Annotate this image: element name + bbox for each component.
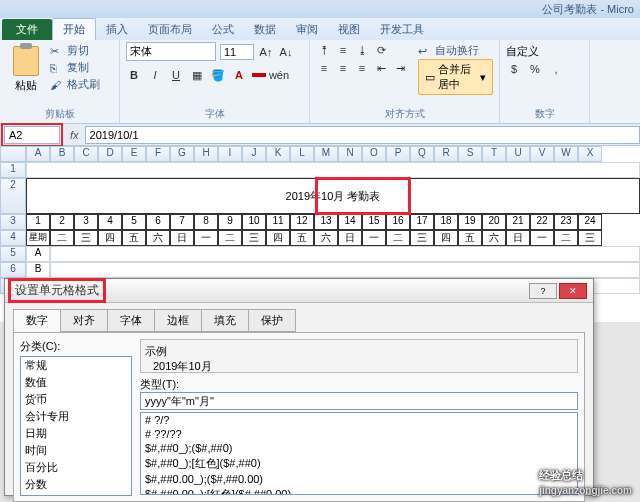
currency-icon[interactable]: $	[506, 61, 522, 77]
col-header[interactable]: I	[218, 146, 242, 162]
category-item[interactable]: 分数	[21, 476, 131, 493]
fx-icon[interactable]: fx	[64, 129, 85, 141]
percent-icon[interactable]: %	[527, 61, 543, 77]
tab-data[interactable]: 数据	[244, 19, 286, 40]
phonetic-button[interactable]: wén	[271, 67, 287, 83]
align-bottom-icon[interactable]: ⭳	[354, 42, 370, 58]
tab-view[interactable]: 视图	[328, 19, 370, 40]
align-right-icon[interactable]: ≡	[354, 60, 370, 76]
dialog-tab[interactable]: 填充	[201, 309, 249, 332]
cell[interactable]: 二	[554, 230, 578, 246]
cell[interactable]: 四	[266, 230, 290, 246]
col-header[interactable]: S	[458, 146, 482, 162]
cell[interactable]: 四	[98, 230, 122, 246]
cell[interactable]: 8	[194, 214, 218, 230]
category-item[interactable]: 日期	[21, 425, 131, 442]
tab-insert[interactable]: 插入	[96, 19, 138, 40]
cell[interactable]: A	[26, 246, 50, 262]
cell[interactable]: 1	[26, 214, 50, 230]
row-header[interactable]: 3	[0, 214, 26, 230]
title-merged-cell[interactable]: 2019年10月 考勤表	[26, 178, 640, 214]
cell[interactable]: 三	[578, 230, 602, 246]
category-item[interactable]: 会计专用	[21, 408, 131, 425]
align-top-icon[interactable]: ⭱	[316, 42, 332, 58]
cell[interactable]: 一	[530, 230, 554, 246]
cell[interactable]: 19	[458, 214, 482, 230]
cell[interactable]: 9	[218, 214, 242, 230]
tab-file[interactable]: 文件	[2, 19, 52, 40]
help-button[interactable]: ?	[529, 283, 557, 299]
orientation-icon[interactable]: ⟳	[373, 42, 389, 58]
cell[interactable]: 三	[242, 230, 266, 246]
border-button[interactable]: ▦	[189, 67, 205, 83]
indent-dec-icon[interactable]: ⇤	[373, 60, 389, 76]
cell[interactable]: 二	[218, 230, 242, 246]
col-header[interactable]: F	[146, 146, 170, 162]
cell[interactable]: 18	[434, 214, 458, 230]
col-header[interactable]: M	[314, 146, 338, 162]
row-header[interactable]: 6	[0, 262, 26, 278]
cell[interactable]: 13	[314, 214, 338, 230]
dialog-tab[interactable]: 边框	[154, 309, 202, 332]
cell[interactable]: 六	[482, 230, 506, 246]
merge-center-button[interactable]: ▭合并后居中▾	[418, 59, 493, 95]
category-item[interactable]: 货币	[21, 391, 131, 408]
tab-review[interactable]: 审阅	[286, 19, 328, 40]
wrap-text-button[interactable]: ↩自动换行	[418, 42, 493, 59]
font-color-button[interactable]: A	[231, 67, 247, 83]
formula-bar[interactable]	[85, 126, 640, 144]
col-header[interactable]: D	[98, 146, 122, 162]
type-item[interactable]: # ??/??	[141, 427, 577, 441]
tab-formulas[interactable]: 公式	[202, 19, 244, 40]
dialog-tab[interactable]: 数字	[13, 309, 61, 332]
col-header[interactable]: K	[266, 146, 290, 162]
cell[interactable]: 11	[266, 214, 290, 230]
font-name-combo[interactable]: 宋体	[126, 42, 216, 61]
comma-icon[interactable]: ,	[548, 61, 564, 77]
category-item[interactable]: 科学记数	[21, 493, 131, 496]
cell[interactable]: 五	[290, 230, 314, 246]
col-header[interactable]: N	[338, 146, 362, 162]
format-painter-button[interactable]: 🖌格式刷	[50, 76, 100, 93]
category-list[interactable]: 常规数值货币会计专用日期时间百分比分数科学记数文本特殊自定义	[20, 356, 132, 496]
cell[interactable]: 17	[410, 214, 434, 230]
tab-layout[interactable]: 页面布局	[138, 19, 202, 40]
col-header[interactable]: V	[530, 146, 554, 162]
cell[interactable]: 二	[386, 230, 410, 246]
increase-font-icon[interactable]: A↑	[258, 44, 274, 60]
align-middle-icon[interactable]: ≡	[335, 42, 351, 58]
name-box[interactable]	[4, 126, 60, 144]
col-header[interactable]: R	[434, 146, 458, 162]
type-list[interactable]: # ?/?# ??/??$#,##0_);($#,##0)$#,##0_);[红…	[140, 412, 578, 495]
cell[interactable]: 日	[170, 230, 194, 246]
col-header[interactable]: H	[194, 146, 218, 162]
cell[interactable]: 日	[506, 230, 530, 246]
paste-button[interactable]: 粘贴	[6, 42, 46, 93]
col-header[interactable]: G	[170, 146, 194, 162]
number-format-combo[interactable]: 自定义	[506, 44, 576, 59]
col-header[interactable]: C	[74, 146, 98, 162]
col-header[interactable]: P	[386, 146, 410, 162]
cell[interactable]: 二	[50, 230, 74, 246]
type-item[interactable]: $#,##0.00_);[红色]($#,##0.00)	[141, 486, 577, 495]
type-item[interactable]: $#,##0_);[红色]($#,##0)	[141, 455, 577, 472]
cell[interactable]: B	[26, 262, 50, 278]
indent-inc-icon[interactable]: ⇥	[392, 60, 408, 76]
col-header[interactable]: O	[362, 146, 386, 162]
col-header[interactable]: X	[578, 146, 602, 162]
cell[interactable]: 14	[338, 214, 362, 230]
cell[interactable]: 22	[530, 214, 554, 230]
cell[interactable]: 21	[506, 214, 530, 230]
cell[interactable]: 23	[554, 214, 578, 230]
cell[interactable]: 7	[170, 214, 194, 230]
row-header[interactable]: 5	[0, 246, 26, 262]
align-left-icon[interactable]: ≡	[316, 60, 332, 76]
cell[interactable]: 五	[458, 230, 482, 246]
decrease-font-icon[interactable]: A↓	[278, 44, 294, 60]
fill-color-button[interactable]: 🪣	[210, 67, 226, 83]
type-item[interactable]: $#,##0.00_);($#,##0.00)	[141, 472, 577, 486]
col-header[interactable]: J	[242, 146, 266, 162]
cell[interactable]: 3	[74, 214, 98, 230]
cell[interactable]: 12	[290, 214, 314, 230]
dialog-tab[interactable]: 保护	[248, 309, 296, 332]
